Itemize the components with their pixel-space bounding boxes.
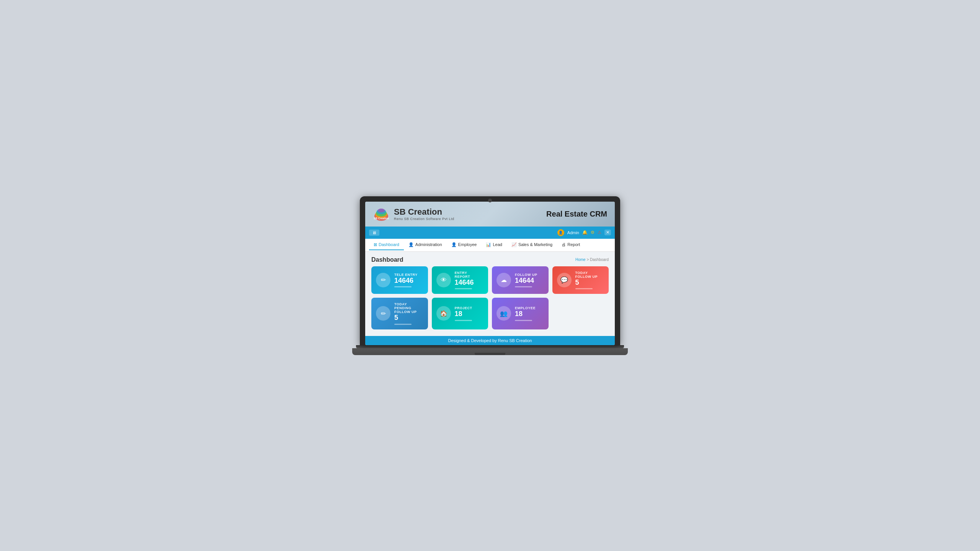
logo-icon: SB Creation (373, 205, 390, 223)
sales-icon: 📈 (511, 242, 517, 247)
tele-entry-bar (394, 286, 412, 287)
nav-report[interactable]: 🖨 Report (557, 240, 585, 250)
follow-up-value: 14644 (515, 277, 544, 285)
tele-entry-value: 14646 (394, 277, 423, 285)
lead-icon: 📊 (486, 242, 491, 247)
breadcrumb-home[interactable]: Home (575, 258, 586, 262)
today-follow-up-bar (575, 288, 593, 289)
svg-text:SB Creation: SB Creation (374, 217, 389, 220)
logo-text: SB Creation Renu SB Creation Software Pv… (394, 207, 454, 221)
laptop-frame: SB Creation SB Creation Renu SB Creation… (360, 196, 620, 345)
entry-report-icon-circle: 👁 (436, 273, 451, 287)
chat-icon: 💬 (560, 276, 568, 284)
project-label: PROJECT (455, 306, 484, 310)
app-footer: Designed & Developed by Renu SB Creation (365, 336, 615, 345)
breadcrumb-current: Dashboard (590, 258, 609, 262)
entry-report-bar (455, 288, 472, 289)
card-employee[interactable]: 👥 EMPLOYEE 18 (492, 298, 549, 329)
dashboard-icon: ⊠ (374, 242, 377, 247)
page-header: Dashboard Home > Dashboard (371, 256, 609, 263)
cards-row-1: ✏ TELE ENTRY 14646 👁 ENTRY (371, 266, 609, 294)
employee-icon-circle: 👥 (497, 306, 511, 321)
scene: SB Creation SB Creation Renu SB Creation… (341, 196, 639, 355)
today-pending-bar (394, 324, 412, 325)
project-content: PROJECT 18 (455, 306, 484, 321)
close-icon[interactable]: ✕ (604, 230, 611, 235)
main-nav: ⊠ Dashboard 👤 Administration 👤 Employee … (365, 239, 615, 252)
laptop-hinge (356, 345, 624, 348)
nav-dashboard-label: Dashboard (379, 242, 399, 247)
user-icon: 👤 (559, 231, 563, 235)
cards-row-2: ✏ TODAY PENDING FOLLOW UP 5 🏠 (371, 298, 609, 329)
edit2-icon: ✏ (381, 310, 386, 317)
nav-sales-label: Sales & Marketing (518, 242, 552, 247)
camera-notch (488, 199, 492, 202)
content-area: Dashboard Home > Dashboard ✏ (365, 252, 615, 336)
nav-dashboard[interactable]: ⊠ Dashboard (369, 240, 404, 250)
top-nav-right: 👤 Admin 🔔 ⚙ ⚠ ✕ (557, 229, 611, 236)
employee-content: EMPLOYEE 18 (515, 306, 544, 321)
card-project[interactable]: 🏠 PROJECT 18 (432, 298, 488, 329)
nav-lead[interactable]: 📊 Lead (481, 240, 506, 250)
app-header: SB Creation SB Creation Renu SB Creation… (365, 202, 615, 227)
cloud-icon: ☁ (501, 276, 507, 284)
employee-value: 18 (515, 310, 544, 318)
top-nav-left: 🖥 (369, 230, 379, 236)
nav-administration[interactable]: 👤 Administration (404, 240, 447, 250)
logo-area: SB Creation SB Creation Renu SB Creation… (373, 205, 454, 223)
today-pending-content: TODAY PENDING FOLLOW UP 5 (394, 302, 423, 325)
svg-point-4 (378, 209, 385, 212)
people-icon: 👥 (500, 310, 508, 317)
nav-admin-label: Administration (415, 242, 442, 247)
breadcrumb-separator: > (586, 258, 590, 262)
card-today-pending[interactable]: ✏ TODAY PENDING FOLLOW UP 5 (371, 298, 428, 329)
employee-label: EMPLOYEE (515, 306, 544, 310)
card-follow-up[interactable]: ☁ FOLLOW UP 14644 (492, 266, 549, 294)
card-tele-entry[interactable]: ✏ TELE ENTRY 14646 (371, 266, 428, 294)
admin-icon: 👤 (408, 242, 414, 247)
today-follow-up-content: TODAY FOLLOW UP 5 (575, 271, 604, 290)
card-entry-report[interactable]: 👁 ENTRY REPORT 14646 (432, 266, 488, 294)
follow-up-label: FOLLOW UP (515, 273, 544, 277)
follow-up-content: FOLLOW UP 14644 (515, 273, 544, 288)
entry-report-label: ENTRY REPORT (455, 271, 484, 279)
today-follow-up-label: TODAY FOLLOW UP (575, 271, 604, 279)
breadcrumb: Home > Dashboard (575, 258, 609, 262)
house-icon: 🏠 (440, 310, 448, 317)
entry-report-content: ENTRY REPORT 14646 (455, 271, 484, 290)
notification-icon[interactable]: 🔔 (582, 230, 588, 235)
logo-subtitle: Renu SB Creation Software Pvt Ltd (394, 217, 454, 221)
nav-report-label: Report (567, 242, 580, 247)
nav-sales-marketing[interactable]: 📈 Sales & Marketing (507, 240, 557, 250)
card-today-follow-up[interactable]: 💬 TODAY FOLLOW UP 5 (552, 266, 609, 294)
project-bar (455, 320, 472, 321)
tele-entry-content: TELE ENTRY 14646 (394, 273, 423, 288)
follow-up-bar (515, 286, 532, 287)
monitor-icon: 🖥 (372, 230, 376, 235)
page-title: Dashboard (371, 256, 403, 263)
settings-icon[interactable]: ⚙ (591, 230, 595, 235)
today-pending-label: TODAY PENDING FOLLOW UP (394, 302, 423, 314)
laptop-base (352, 348, 628, 355)
report-icon: 🖨 (562, 242, 566, 247)
entry-report-value: 14646 (455, 279, 484, 287)
tele-entry-icon-circle: ✏ (376, 273, 390, 287)
nav-employee[interactable]: 👤 Employee (447, 240, 482, 250)
nav-lead-label: Lead (493, 242, 502, 247)
today-pending-icon-circle: ✏ (376, 306, 390, 321)
user-avatar-circle: 👤 (557, 229, 564, 236)
employee-nav-icon: 👤 (451, 242, 457, 247)
today-follow-up-value: 5 (575, 279, 604, 287)
eye-icon: 👁 (441, 277, 447, 284)
nav-employee-label: Employee (458, 242, 477, 247)
today-follow-up-icon-circle: 💬 (557, 273, 572, 287)
logo-title: SB Creation (394, 207, 454, 217)
user-label: Admin (567, 230, 579, 235)
project-value: 18 (455, 310, 484, 318)
employee-bar (515, 320, 532, 321)
home-nav-btn[interactable]: 🖥 (369, 230, 379, 236)
top-nav-bar: 🖥 👤 Admin 🔔 ⚙ ⚠ ✕ (365, 227, 615, 239)
project-icon-circle: 🏠 (436, 306, 451, 321)
edit-icon: ✏ (381, 276, 386, 284)
warning-icon[interactable]: ⚠ (598, 230, 601, 235)
